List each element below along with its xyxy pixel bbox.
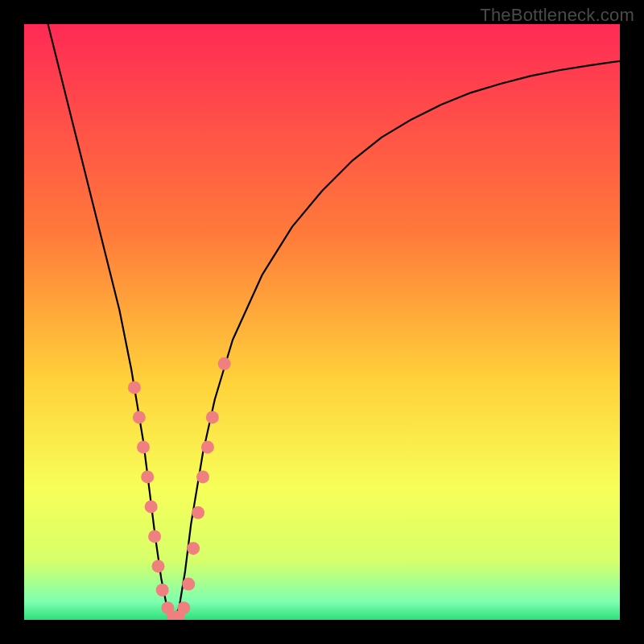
sample-point (128, 381, 141, 394)
sample-point (141, 470, 154, 483)
sample-point (137, 440, 150, 453)
sample-point (148, 530, 161, 543)
sample-point (192, 506, 204, 519)
chart-svg (24, 24, 620, 620)
gradient-background (24, 24, 620, 620)
sample-point (182, 578, 195, 591)
sample-point (187, 542, 200, 555)
sample-point (152, 559, 165, 572)
watermark-text: TheBottleneck.com (480, 5, 634, 26)
sample-point (206, 411, 219, 423)
sample-point (156, 584, 169, 597)
sample-point (218, 357, 231, 370)
sample-point (133, 411, 146, 423)
sample-point (177, 601, 190, 614)
sample-point (196, 470, 209, 483)
sample-point (201, 440, 214, 453)
sample-point (145, 500, 158, 513)
chart-frame: TheBottleneck.com (0, 0, 644, 644)
plot-area (24, 24, 620, 620)
